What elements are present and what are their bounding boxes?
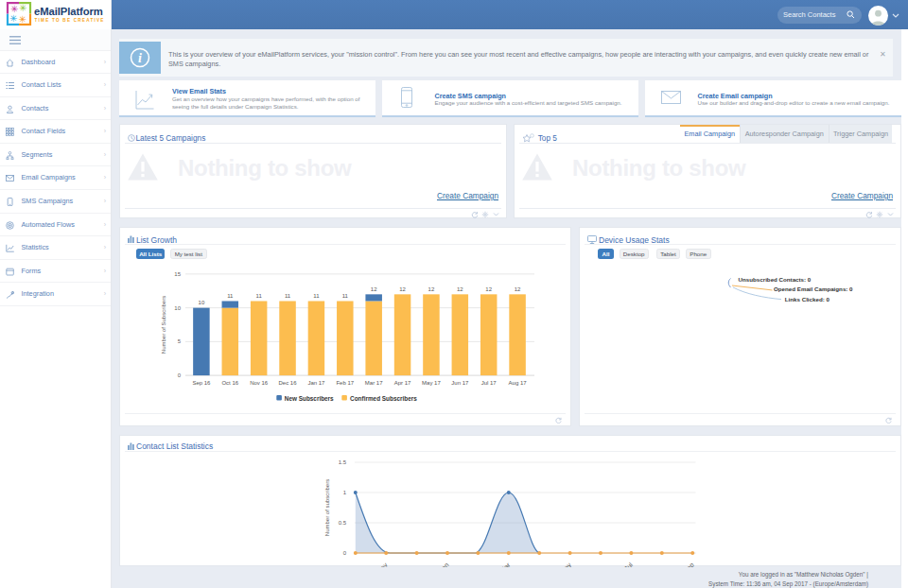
svg-text:Mar: Mar (498, 561, 512, 567)
svg-text:12: 12 (371, 286, 377, 292)
svg-text:✳: ✳ (19, 14, 26, 25)
svg-text:✳: ✳ (9, 13, 17, 24)
svg-text:Jul: Jul (623, 561, 635, 567)
svg-text:15: 15 (174, 271, 181, 277)
svg-text:1: 1 (343, 490, 347, 495)
svg-text:5: 5 (178, 338, 182, 344)
svg-text:11: 11 (256, 293, 263, 299)
svg-text:Jun 17: Jun 17 (451, 380, 469, 386)
svg-text:Jan: Jan (438, 561, 450, 566)
svg-text:TIME TO BE CREATIVE: TIME TO BE CREATIVE (35, 18, 105, 23)
svg-text:Number of Subscribers: Number of Subscribers (161, 296, 166, 354)
svg-text:11: 11 (342, 293, 349, 299)
svg-text:Sep: Sep (682, 561, 696, 566)
svg-text:12: 12 (428, 286, 435, 292)
svg-text:0: 0 (343, 550, 347, 556)
svg-text:Number of subscribers: Number of subscribers (324, 478, 330, 535)
svg-text:Jul 17: Jul 17 (481, 380, 498, 386)
svg-text:11: 11 (285, 293, 291, 299)
svg-text:Mar 17: Mar 17 (365, 380, 383, 386)
svg-text:11: 11 (313, 293, 320, 299)
svg-text:i: i (138, 51, 142, 65)
svg-text:12: 12 (457, 286, 463, 292)
svg-text:Nov: Nov (375, 561, 389, 567)
svg-text:Aug 17: Aug 17 (509, 380, 528, 386)
svg-text:Links Clicked: 0: Links Clicked: 0 (785, 296, 830, 303)
svg-text:12: 12 (515, 286, 521, 292)
svg-text:Jan 17: Jan 17 (307, 380, 325, 386)
svg-text:eMailPlatform: eMailPlatform (34, 6, 103, 17)
svg-text:Dec 16: Dec 16 (279, 380, 298, 386)
svg-text:Sep 16: Sep 16 (192, 380, 211, 386)
svg-text:11: 11 (227, 293, 234, 299)
svg-text:Oct 16: Oct 16 (221, 380, 238, 386)
svg-text:1.5: 1.5 (339, 459, 347, 465)
svg-text:May: May (559, 561, 573, 567)
svg-text:0: 0 (178, 372, 182, 378)
svg-text:Opened Email Campaigns: 0: Opened Email Campaigns: 0 (774, 285, 853, 292)
svg-text:Apr 17: Apr 17 (394, 380, 411, 386)
svg-text:10: 10 (174, 305, 181, 311)
svg-text:May 17: May 17 (422, 380, 441, 386)
svg-text:12: 12 (485, 286, 492, 292)
svg-text:0.5: 0.5 (339, 520, 347, 526)
svg-text:Feb 17: Feb 17 (336, 380, 354, 386)
svg-text:New Subscribers: New Subscribers (285, 395, 334, 402)
svg-text:Unsubscribed Contacts: 0: Unsubscribed Contacts: 0 (739, 276, 812, 283)
svg-text:12: 12 (399, 286, 406, 292)
svg-text:Nov 16: Nov 16 (250, 380, 269, 386)
svg-text:Confirmed Subscribers: Confirmed Subscribers (350, 395, 417, 402)
svg-text:✳: ✳ (19, 3, 26, 13)
svg-text:10: 10 (199, 300, 205, 305)
